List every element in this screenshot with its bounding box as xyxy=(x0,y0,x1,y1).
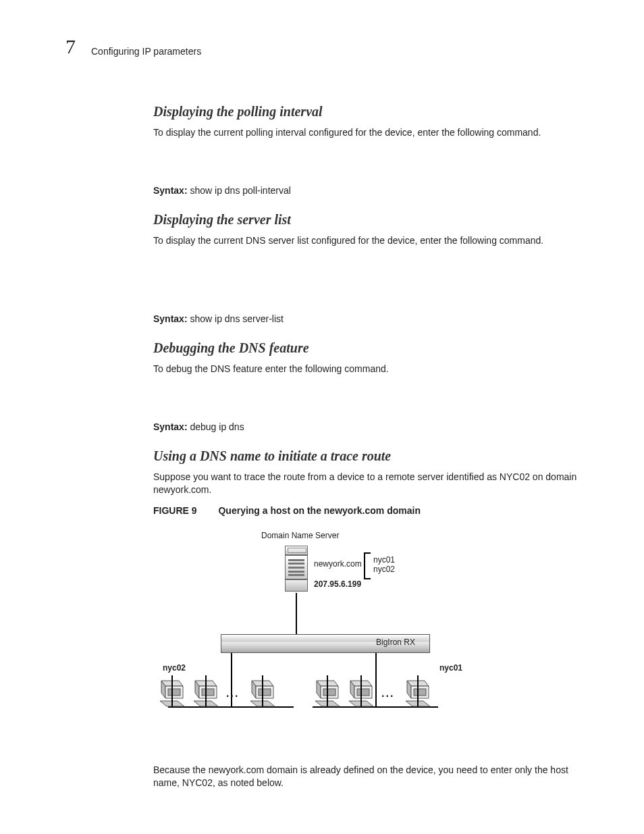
syntax-row-2: Syntax: show ip dns server-list xyxy=(153,313,585,324)
chapter-title: Configuring IP parameters xyxy=(91,46,201,57)
host-a: nyc01 xyxy=(373,555,395,565)
syntax-label: Syntax: xyxy=(153,313,188,324)
link-line xyxy=(171,675,173,706)
body-after-figure: Because the newyork.com domain is alread… xyxy=(153,764,585,789)
body-server-list: To display the current DNS server list c… xyxy=(153,234,585,247)
domain-name-label: newyork.com xyxy=(314,559,362,569)
figure-diagram: Domain Name Server newyork.com 207.95.6.… xyxy=(153,531,585,750)
heading-debugging: Debugging the DNS feature xyxy=(153,340,585,356)
syntax-row-3: Syntax: debug ip dns xyxy=(153,421,585,432)
host-b: nyc02 xyxy=(373,565,395,574)
figure-caption: FIGURE 9 Querying a host on the newyork.… xyxy=(153,505,585,516)
bracket-icon xyxy=(364,552,371,579)
svg-rect-13 xyxy=(259,689,271,696)
link-line xyxy=(205,675,207,706)
heading-polling-interval: Displaying the polling interval xyxy=(153,104,585,120)
body-debugging: To debug the DNS feature enter the follo… xyxy=(153,363,585,375)
syntax-row-1: Syntax: show ip dns poll-interval xyxy=(153,185,585,196)
svg-rect-28 xyxy=(414,689,426,696)
syntax-text: show ip dns server-list xyxy=(190,313,284,324)
link-line xyxy=(360,675,362,706)
content: Displaying the polling interval To displ… xyxy=(153,88,585,795)
svg-rect-3 xyxy=(168,689,180,696)
right-group-label: nyc01 xyxy=(439,663,462,673)
syntax-label: Syntax: xyxy=(153,185,188,196)
link-line xyxy=(262,675,263,706)
svg-rect-23 xyxy=(357,689,369,696)
heading-server-list: Displaying the server list xyxy=(153,212,585,228)
link-line xyxy=(327,675,328,706)
chapter-number: 7 xyxy=(65,35,76,58)
svg-rect-8 xyxy=(202,689,214,696)
ip-label: 207.95.6.199 xyxy=(314,579,361,589)
host-list: nyc01 nyc02 xyxy=(373,555,395,574)
body-traceroute: Suppose you want to trace the route from… xyxy=(153,471,585,496)
ellipsis: ... xyxy=(226,687,239,700)
left-group-label: nyc02 xyxy=(163,663,186,673)
syntax-text: debug ip dns xyxy=(190,421,244,432)
page: 7 Configuring IP parameters Displaying t… xyxy=(0,0,644,834)
server-icon xyxy=(285,546,308,593)
dns-server-title: Domain Name Server xyxy=(261,531,339,540)
syntax-text: show ip dns poll-interval xyxy=(190,185,290,196)
body-polling-interval: To display the current polling interval … xyxy=(153,126,585,139)
figure-number: FIGURE 9 xyxy=(153,505,197,516)
heading-traceroute: Using a DNS name to initiate a trace rou… xyxy=(153,448,585,464)
svg-rect-18 xyxy=(323,689,336,696)
ellipsis: ... xyxy=(381,687,394,700)
switch-label: BigIron RX xyxy=(376,637,415,647)
figure-title: Querying a host on the newyork.com domai… xyxy=(218,505,421,516)
syntax-label: Syntax: xyxy=(153,421,188,432)
link-line xyxy=(417,675,419,706)
link-line xyxy=(296,593,297,635)
